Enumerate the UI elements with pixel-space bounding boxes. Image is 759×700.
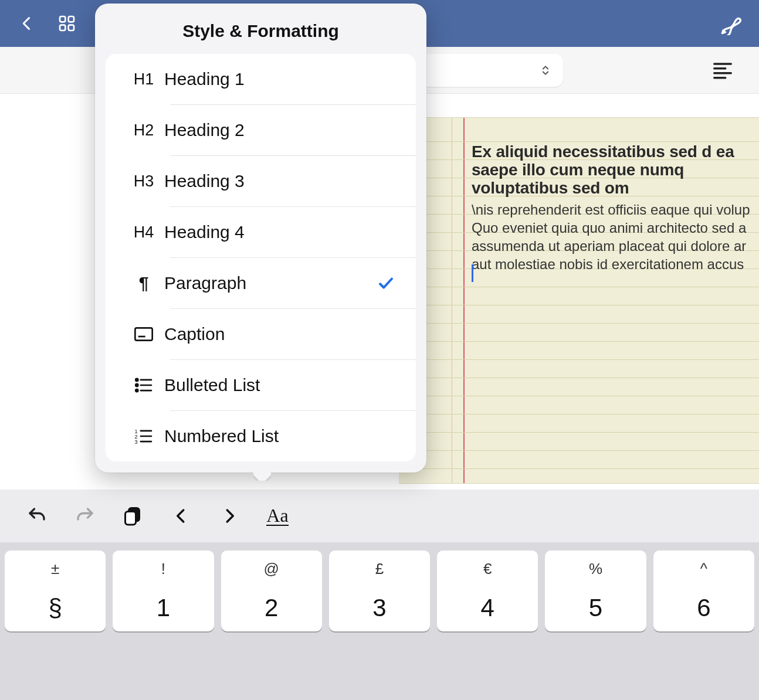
key-4[interactable]: €4: [437, 551, 538, 631]
style-option-heading1[interactable]: H1 Heading 1: [106, 54, 416, 104]
redo-icon: [74, 505, 96, 526]
text-format-button[interactable]: Aa: [264, 502, 291, 529]
next-button[interactable]: [216, 502, 243, 529]
bulleted-list-icon: [123, 378, 164, 393]
key-5[interactable]: %5: [545, 551, 646, 631]
svg-rect-0: [60, 16, 65, 22]
pilcrow-icon: ¶: [123, 273, 164, 293]
popover-title: Style & Formatting: [106, 21, 416, 41]
paper-rule-red: [463, 118, 465, 483]
clipboard-button[interactable]: [120, 502, 147, 529]
prefix-h2: H2: [123, 121, 164, 140]
chevron-right-icon: [221, 507, 238, 525]
style-option-paragraph[interactable]: ¶ Paragraph: [106, 258, 416, 308]
document-heading: Ex aliquid necessitatibus sed d ea saepe…: [472, 142, 759, 197]
svg-rect-9: [126, 512, 136, 525]
draw-mode-button[interactable]: [719, 11, 745, 36]
numbered-list-icon: 123: [123, 429, 164, 444]
style-formatting-popover: Style & Formatting H1 Heading 1 H2 Headi…: [95, 4, 426, 473]
apps-grid-button[interactable]: [54, 11, 80, 36]
style-option-numbered-list[interactable]: 123 Numbered List: [106, 411, 416, 461]
align-left-button[interactable]: [710, 57, 736, 83]
svg-text:3: 3: [134, 439, 137, 444]
text-cursor: [472, 264, 473, 282]
svg-point-12: [135, 379, 138, 381]
key-1[interactable]: !1: [113, 551, 214, 631]
style-option-heading4[interactable]: H4 Heading 4: [106, 207, 416, 257]
style-option-heading2[interactable]: H2 Heading 2: [106, 105, 416, 155]
prefix-h4: H4: [123, 223, 164, 242]
svg-rect-2: [60, 25, 65, 30]
svg-rect-1: [69, 16, 74, 22]
document-body-line: assumenda ut aperiam placeat qui dolore …: [472, 237, 759, 255]
prefix-h3: H3: [123, 172, 164, 191]
popover-arrow: [253, 472, 271, 481]
document-body-line: aut molestiae nobis id exercitationem ac…: [472, 255, 759, 273]
document-page[interactable]: Ex aliquid necessitatibus sed d ea saepe…: [399, 117, 759, 484]
style-option-caption[interactable]: Caption: [106, 309, 416, 359]
svg-point-14: [135, 384, 138, 386]
svg-rect-10: [135, 328, 152, 340]
key-6[interactable]: ^6: [653, 551, 754, 631]
clipboard-icon: [123, 505, 144, 526]
key-3[interactable]: £3: [329, 551, 430, 631]
document-content: Ex aliquid necessitatibus sed d ea saepe…: [472, 142, 759, 273]
key-2[interactable]: @2: [221, 551, 322, 631]
chevron-left-icon: [172, 507, 190, 525]
document-body-line: Quo eveniet quia quo animi architecto se…: [472, 219, 759, 237]
key-section[interactable]: ±§: [5, 551, 106, 631]
align-left-icon: [711, 59, 734, 81]
style-option-bulleted-list[interactable]: Bulleted List: [106, 360, 416, 410]
svg-rect-3: [69, 25, 74, 30]
document-body-line: \nis reprehenderit est officiis eaque qu…: [472, 201, 759, 219]
editor-toolbar: Aa: [0, 490, 759, 542]
paper-rule-gray: [452, 118, 452, 483]
checkmark-icon: [377, 274, 398, 292]
style-option-heading3[interactable]: H3 Heading 3: [106, 156, 416, 206]
svg-point-16: [135, 389, 138, 392]
caption-icon: [123, 327, 164, 342]
prev-button[interactable]: [168, 502, 195, 529]
onscreen-keyboard: ±§ !1 @2 £3 €4 %5 ^6: [0, 542, 759, 700]
style-menu: H1 Heading 1 H2 Heading 2 H3 Heading 3 H…: [106, 54, 416, 461]
undo-icon: [26, 505, 48, 526]
text-format-icon: Aa: [266, 506, 288, 526]
back-button[interactable]: [14, 11, 40, 36]
redo-button[interactable]: [72, 502, 99, 529]
undo-button[interactable]: [23, 502, 50, 529]
chevron-up-down-icon: [540, 62, 551, 79]
prefix-h1: H1: [123, 70, 164, 89]
